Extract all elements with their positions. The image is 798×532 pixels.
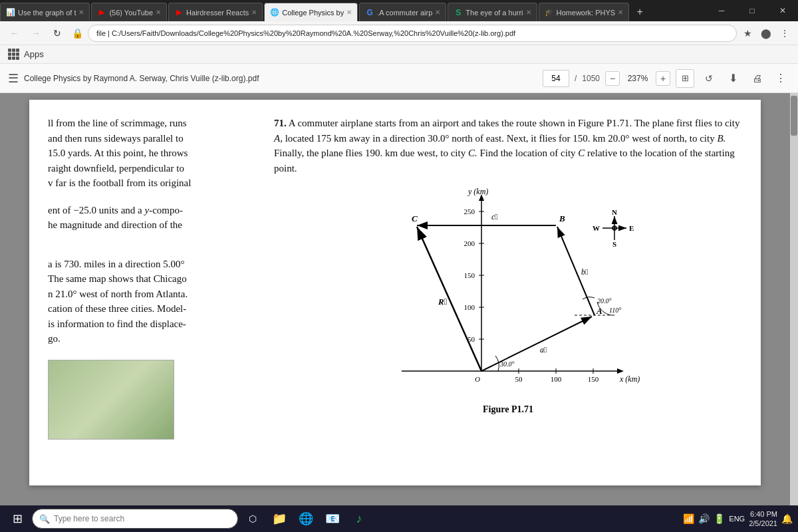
print-button[interactable]: 🖨: [747, 69, 766, 88]
email-button[interactable]: 📧: [321, 507, 344, 531]
bookmark-star-icon[interactable]: ★: [739, 25, 755, 41]
tab-hurricane[interactable]: S The eye of a hurri ✕: [448, 3, 537, 21]
refresh-button[interactable]: ↻: [48, 24, 66, 43]
svg-text:200: 200: [464, 239, 475, 247]
url-input[interactable]: [88, 25, 737, 42]
svg-text:150: 150: [464, 271, 475, 279]
svg-text:R⃗: R⃗: [438, 297, 447, 307]
svg-text:N: N: [612, 208, 617, 216]
new-tab-button[interactable]: +: [630, 3, 649, 21]
svg-text:100: 100: [464, 303, 475, 311]
tab-icon-5: G: [365, 8, 374, 17]
problem-71-text: 71. A commuter airplane starts from an a…: [274, 116, 742, 176]
battery-icon[interactable]: 🔋: [714, 513, 725, 524]
svg-text:C: C: [412, 213, 418, 223]
taskbar-search-bar[interactable]: 🔍: [32, 509, 238, 529]
tab-hairdresser[interactable]: ▶ Hairdresser Reacts ✕: [168, 3, 263, 21]
svg-text:W: W: [593, 224, 600, 232]
network-icon[interactable]: 📶: [683, 513, 694, 524]
zoom-level: 237%: [625, 74, 650, 83]
notification-icon[interactable]: 🔔: [781, 513, 793, 524]
thumbnail-image: [48, 360, 174, 440]
main-area: ll from the line of scrimmage, runs and …: [0, 93, 798, 505]
svg-text:y (km): y (km): [467, 187, 488, 196]
window-controls: ─ □ ✕: [706, 0, 798, 21]
scrollbar[interactable]: [790, 93, 798, 505]
svg-rect-29: [402, 185, 641, 398]
more-options-button[interactable]: ⋮: [771, 69, 790, 88]
svg-text:50: 50: [515, 375, 523, 383]
total-pages: 1050: [582, 74, 600, 83]
pdf-toolbar: ☰ College Physics by Raymond A. Serway, …: [0, 64, 798, 93]
pdf-content[interactable]: ll from the line of scrimmage, runs and …: [0, 93, 790, 505]
svg-text:B: B: [559, 213, 565, 223]
minimize-button[interactable]: ─: [706, 0, 737, 21]
task-view-button[interactable]: ⬡: [241, 507, 265, 531]
tab-close-2[interactable]: ✕: [156, 9, 161, 16]
problem-number: 71.: [274, 118, 287, 128]
left-text-block1: ll from the line of scrimmage, runs and …: [48, 116, 263, 191]
tab-use-graph[interactable]: 📊 Use the graph of t ✕: [0, 3, 90, 21]
taskbar-right-area: 📶 🔊 🔋 ENG 6:40 PM 2/5/2021 🔔: [683, 509, 793, 529]
lock-icon: 🔒: [69, 25, 85, 41]
svg-text:250: 250: [464, 207, 475, 215]
start-button[interactable]: ⊞: [5, 507, 29, 531]
tab-icon-2: ▶: [97, 8, 106, 17]
time-display: 6:40 PM: [750, 509, 777, 519]
tab-close-4[interactable]: ✕: [346, 9, 352, 16]
tab-homework[interactable]: 🎓 Homework: PHYS ✕: [539, 3, 630, 21]
apps-grid-icon[interactable]: [8, 49, 20, 61]
svg-text:100: 100: [551, 375, 562, 383]
rotate-button[interactable]: ↺: [700, 69, 718, 88]
page-number-input[interactable]: [543, 70, 569, 87]
maximize-button[interactable]: □: [737, 0, 767, 21]
apps-label[interactable]: Apps: [24, 49, 44, 59]
menu-icon[interactable]: ⋮: [777, 25, 793, 41]
sound-icon[interactable]: 🔊: [698, 513, 710, 524]
tab-icon-3: ▶: [174, 8, 184, 17]
pdf-page: ll from the line of scrimmage, runs and …: [29, 100, 761, 485]
clock[interactable]: 6:40 PM 2/5/2021: [749, 509, 777, 529]
search-icon: 🔍: [39, 514, 50, 524]
svg-text:a⃗: a⃗: [540, 345, 547, 354]
profile-icon[interactable]: ⬤: [758, 25, 774, 41]
scroll-thumb[interactable]: [791, 96, 797, 136]
svg-text:30.0°: 30.0°: [499, 360, 515, 368]
tab-icon-1: 📊: [6, 8, 15, 17]
tab-icon-4: 🌐: [270, 8, 279, 17]
forward-button[interactable]: →: [27, 24, 45, 43]
tab-commuter[interactable]: G .A commuter airp ✕: [359, 3, 446, 21]
sidebar-toggle-button[interactable]: ☰: [8, 71, 19, 86]
tab-youtube[interactable]: ▶ (56) YouTube ✕: [91, 3, 167, 21]
svg-text:110°: 110°: [609, 307, 621, 314]
tab-close-5[interactable]: ✕: [435, 9, 440, 16]
tab-close-6[interactable]: ✕: [526, 9, 531, 16]
figure-p171-svg: 50 100 150 200 250 5: [375, 185, 641, 398]
svg-text:x (km): x (km): [619, 374, 640, 384]
zoom-out-button[interactable]: −: [605, 71, 620, 86]
tab-close-3[interactable]: ✕: [251, 9, 257, 16]
tab-icon-6: S: [454, 8, 463, 17]
edge-browser-button[interactable]: 🌐: [294, 507, 318, 531]
figure-container: 50 100 150 200 250 5: [274, 185, 742, 415]
svg-text:E: E: [629, 224, 634, 232]
tabs-bar: 📊 Use the graph of t ✕ ▶ (56) YouTube ✕ …: [0, 0, 798, 21]
tab-icon-7: 🎓: [545, 8, 554, 17]
search-input[interactable]: [54, 514, 231, 523]
back-button[interactable]: ←: [5, 24, 24, 43]
spotify-button[interactable]: ♪: [347, 507, 371, 531]
tab-college-physics[interactable]: 🌐 College Physics by ✕: [264, 3, 358, 21]
language-icon[interactable]: ENG: [729, 515, 745, 523]
download-button[interactable]: ⬇: [724, 69, 742, 88]
tab-close-7[interactable]: ✕: [618, 9, 623, 16]
addressbar: ← → ↻ 🔒 ★ ⬤ ⋮: [0, 21, 798, 45]
appsbar: Apps: [0, 45, 798, 64]
close-button[interactable]: ✕: [767, 0, 798, 21]
svg-text:S: S: [612, 240, 616, 248]
explorer-button[interactable]: 📁: [267, 507, 291, 531]
fit-page-button[interactable]: ⊞: [676, 69, 694, 88]
tab-close-1[interactable]: ✕: [78, 9, 84, 16]
zoom-in-button[interactable]: +: [656, 71, 670, 86]
date-display: 2/5/2021: [749, 519, 777, 528]
pdf-title: College Physics by Raymond A. Serway, Ch…: [24, 74, 537, 83]
